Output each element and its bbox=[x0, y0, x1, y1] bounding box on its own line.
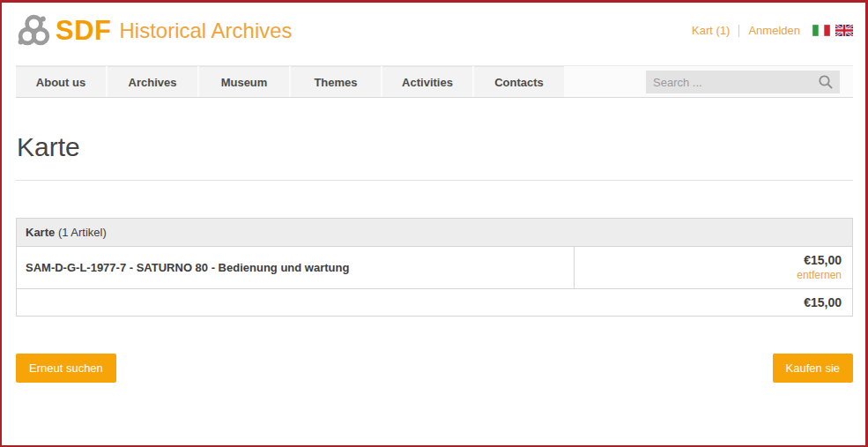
cart-header-count: (1 Artikel) bbox=[58, 226, 107, 239]
cart-header-title: Karte bbox=[26, 226, 55, 239]
login-link[interactable]: Anmelden bbox=[748, 24, 800, 37]
cart-table-header: Karte (1 Artikel) bbox=[17, 219, 852, 247]
nav-tab-about-us[interactable]: About us bbox=[16, 66, 106, 97]
cart-total: €15,00 bbox=[17, 289, 852, 316]
page-root: SDF Historical Archives Kart (1) Anmelde… bbox=[0, 0, 868, 447]
cart-table: Karte (1 Artikel) SAM-D-G-L-1977-7 - SAT… bbox=[16, 218, 853, 317]
italy-flag-icon[interactable] bbox=[812, 25, 830, 36]
nav-tab-themes[interactable]: Themes bbox=[291, 66, 381, 97]
search-box bbox=[646, 71, 840, 93]
cart-item-price-cell: €15,00 entfernen bbox=[575, 247, 852, 288]
main-content: Karte Karte (1 Artikel) SAM-D-G-L-1977-7… bbox=[2, 132, 865, 383]
nav-tab-archives[interactable]: Archives bbox=[108, 66, 197, 97]
site-header: SDF Historical Archives Kart (1) Anmelde… bbox=[2, 3, 865, 56]
cart-link[interactable]: Kart (1) bbox=[692, 24, 730, 37]
nav-tab-museum[interactable]: Museum bbox=[199, 66, 289, 97]
language-switcher bbox=[812, 25, 853, 36]
title-divider bbox=[16, 180, 853, 181]
remove-item-link[interactable]: entfernen bbox=[797, 269, 842, 281]
buy-button[interactable]: Kaufen sie bbox=[773, 354, 853, 383]
logo[interactable]: SDF Historical Archives bbox=[16, 12, 293, 48]
action-buttons: Erneut suchen Kaufen sie bbox=[16, 354, 853, 383]
uk-flag-icon[interactable] bbox=[835, 25, 853, 36]
cart-item-name: SAM-D-G-L-1977-7 - SATURNO 80 - Bedienun… bbox=[17, 247, 575, 288]
cart-item-price: €15,00 bbox=[585, 253, 842, 267]
search-icon[interactable] bbox=[818, 74, 834, 90]
page-title: Karte bbox=[17, 132, 853, 162]
nav-tab-contacts[interactable]: Contacts bbox=[474, 66, 564, 97]
nav-tab-activities[interactable]: Activities bbox=[382, 66, 472, 97]
header-links: Kart (1) Anmelden bbox=[692, 24, 853, 37]
search-again-button[interactable]: Erneut suchen bbox=[16, 354, 116, 383]
main-nav: About us Archives Museum Themes Activiti… bbox=[16, 65, 853, 98]
logo-text: SDF bbox=[56, 15, 112, 47]
cart-item-row: SAM-D-G-L-1977-7 - SATURNO 80 - Bedienun… bbox=[17, 247, 852, 289]
logo-subtitle: Historical Archives bbox=[120, 19, 293, 43]
sdf-logo-icon bbox=[16, 12, 52, 48]
header-divider bbox=[738, 25, 739, 37]
search-input[interactable] bbox=[646, 76, 818, 89]
